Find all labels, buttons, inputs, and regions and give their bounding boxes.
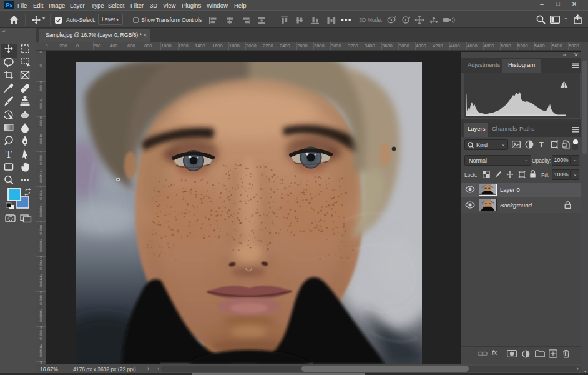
svg-text:T: T xyxy=(6,148,12,160)
